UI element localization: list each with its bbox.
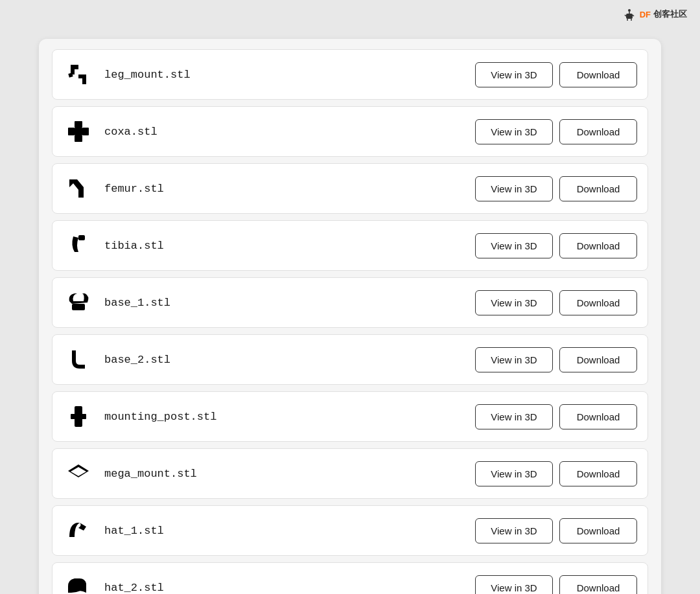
file-icon-coxa — [63, 116, 94, 147]
view-3d-button-base_1[interactable]: View in 3D — [475, 290, 553, 315]
table-row: hat_1.stlView in 3DDownload — [52, 505, 648, 556]
view-3d-button-hat_1[interactable]: View in 3D — [475, 518, 553, 543]
button-group: View in 3DDownload — [475, 575, 637, 595]
svg-point-0 — [628, 9, 631, 12]
view-3d-button-mounting_post[interactable]: View in 3D — [475, 404, 553, 429]
file-name: leg_mount.stl — [104, 69, 475, 81]
file-icon-leg_mount — [63, 59, 94, 90]
button-group: View in 3DDownload — [475, 404, 637, 429]
download-button-femur[interactable]: Download — [559, 176, 637, 201]
table-row: tibia.stlView in 3DDownload — [52, 220, 648, 271]
file-icon-base_1 — [63, 287, 94, 318]
button-group: View in 3DDownload — [475, 62, 637, 87]
download-button-tibia[interactable]: Download — [559, 233, 637, 258]
table-row: hat_2.stlView in 3DDownload — [52, 562, 648, 594]
table-row: mega_mount.stlView in 3DDownload — [52, 448, 648, 499]
svg-rect-11 — [68, 128, 75, 135]
file-list-container: leg_mount.stlView in 3DDownloadcoxa.stlV… — [39, 39, 661, 594]
file-name: tibia.stl — [104, 240, 475, 252]
file-name: mega_mount.stl — [104, 468, 475, 480]
file-name: hat_2.stl — [104, 582, 475, 594]
download-button-base_2[interactable]: Download — [559, 347, 637, 372]
button-group: View in 3DDownload — [475, 518, 637, 543]
download-button-hat_1[interactable]: Download — [559, 518, 637, 543]
table-row: femur.stlView in 3DDownload — [52, 163, 648, 214]
svg-marker-8 — [78, 74, 86, 84]
download-button-coxa[interactable]: Download — [559, 119, 637, 144]
file-name: femur.stl — [104, 183, 475, 195]
button-group: View in 3DDownload — [475, 290, 637, 315]
view-3d-button-base_2[interactable]: View in 3D — [475, 347, 553, 372]
svg-rect-13 — [75, 135, 82, 142]
view-3d-button-leg_mount[interactable]: View in 3D — [475, 62, 553, 87]
file-name: hat_1.stl — [104, 525, 475, 537]
button-group: View in 3DDownload — [475, 176, 637, 201]
button-group: View in 3DDownload — [475, 119, 637, 144]
table-row: mounting_post.stlView in 3DDownload — [52, 391, 648, 442]
svg-rect-10 — [75, 121, 82, 128]
file-name: coxa.stl — [104, 126, 475, 138]
file-icon-base_2 — [63, 344, 94, 375]
svg-line-3 — [625, 15, 626, 16]
button-group: View in 3DDownload — [475, 461, 637, 486]
button-group: View in 3DDownload — [475, 347, 637, 372]
download-button-mounting_post[interactable]: Download — [559, 404, 637, 429]
svg-rect-12 — [82, 128, 89, 135]
view-3d-button-mega_mount[interactable]: View in 3D — [475, 461, 553, 486]
file-name: mounting_post.stl — [104, 411, 475, 423]
button-group: View in 3DDownload — [475, 233, 637, 258]
svg-rect-14 — [75, 128, 82, 135]
view-3d-button-hat_2[interactable]: View in 3D — [475, 575, 553, 595]
file-icon-mounting_post — [63, 401, 94, 432]
svg-line-4 — [633, 15, 634, 16]
view-3d-button-tibia[interactable]: View in 3D — [475, 233, 553, 258]
table-row: base_2.stlView in 3DDownload — [52, 334, 648, 385]
table-row: leg_mount.stlView in 3DDownload — [52, 49, 648, 100]
file-name: base_2.stl — [104, 354, 475, 366]
table-row: coxa.stlView in 3DDownload — [52, 106, 648, 157]
download-button-hat_2[interactable]: Download — [559, 575, 637, 595]
robot-antenna-icon — [622, 6, 637, 22]
file-name: base_1.stl — [104, 297, 475, 309]
file-icon-tibia — [63, 230, 94, 261]
svg-rect-19 — [71, 414, 86, 419]
download-button-base_1[interactable]: Download — [559, 290, 637, 315]
file-icon-femur — [63, 173, 94, 204]
svg-marker-15 — [69, 179, 84, 198]
file-icon-hat_2 — [63, 572, 94, 594]
download-button-mega_mount[interactable]: Download — [559, 461, 637, 486]
svg-rect-2 — [626, 14, 633, 19]
view-3d-button-coxa[interactable]: View in 3D — [475, 119, 553, 144]
logo-suffix-text: 创客社区 — [653, 8, 687, 20]
file-icon-mega_mount — [63, 458, 94, 489]
site-logo: DF创客社区 — [622, 6, 687, 22]
logo-df-text: DF — [640, 10, 651, 19]
svg-rect-16 — [78, 235, 85, 240]
download-button-leg_mount[interactable]: Download — [559, 62, 637, 87]
table-row: base_1.stlView in 3DDownload — [52, 277, 648, 328]
svg-rect-17 — [72, 304, 85, 310]
file-icon-hat_1 — [63, 515, 94, 546]
view-3d-button-femur[interactable]: View in 3D — [475, 176, 553, 201]
